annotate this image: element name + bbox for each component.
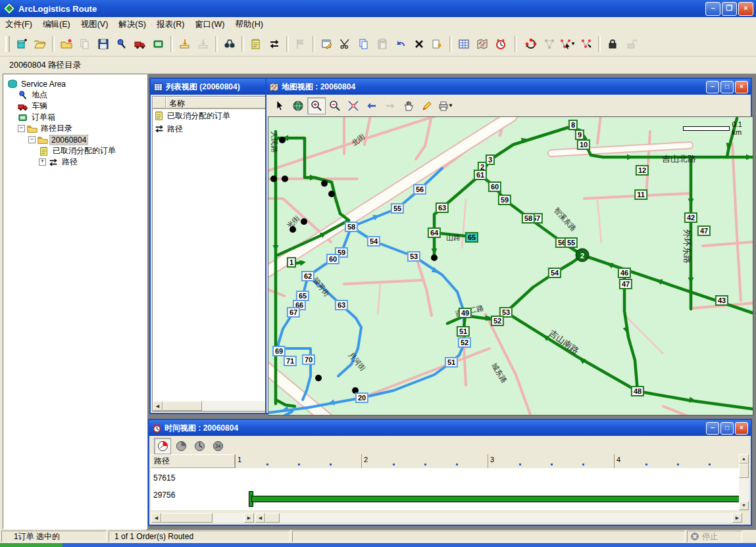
tree-item-label[interactable]: Service Area — [20, 80, 67, 89]
green-route-stop-43[interactable]: 43 — [715, 295, 728, 306]
menu-5[interactable]: 报表(R) — [151, 17, 189, 32]
menu-1[interactable]: 文件(F) — [0, 17, 38, 32]
green-route-stop-42[interactable]: 42 — [684, 212, 697, 223]
scroll-right-icon[interactable]: ▶ — [244, 513, 254, 523]
time-view-button[interactable] — [491, 35, 510, 53]
cut-button[interactable] — [336, 35, 355, 53]
select-tool[interactable] — [270, 97, 289, 114]
print-tool[interactable]: ▼ — [436, 97, 455, 114]
new-database-button[interactable] — [13, 35, 31, 53]
green-route-stop-12[interactable]: 12 — [636, 165, 649, 176]
copy-button[interactable] — [355, 35, 373, 53]
map-view-button[interactable] — [473, 35, 491, 53]
draw-tool[interactable] — [418, 97, 436, 114]
time-right-scrollbar[interactable]: ◀ ▶ — [255, 513, 742, 523]
scroll-left-icon[interactable]: ◀ — [151, 513, 161, 523]
menu-2[interactable]: 编辑(E) — [38, 17, 76, 32]
route-row-label[interactable]: 57615 — [153, 473, 175, 483]
blue-route-stop-53[interactable]: 53 — [407, 251, 420, 262]
tree-item-label[interactable]: 地点 — [30, 89, 49, 101]
map-close-button[interactable]: × — [735, 81, 748, 93]
unassign-button[interactable] — [577, 35, 595, 53]
menu-4[interactable]: 解决(S) — [113, 17, 151, 32]
green-route-stop-46[interactable]: 46 — [618, 268, 631, 278]
tree-item-车辆[interactable]: 车辆 — [3, 101, 147, 112]
list-row-label[interactable]: 路径 — [167, 124, 183, 135]
blue-route-stop-67[interactable]: 67 — [287, 307, 300, 318]
time-close-button[interactable]: × — [735, 422, 748, 435]
green-route-stop-47[interactable]: 47 — [697, 226, 711, 236]
green-route-stop-61[interactable]: 61 — [474, 170, 487, 180]
blue-route-stop-20[interactable]: 20 — [355, 392, 368, 403]
time-minimize-button[interactable]: – — [706, 422, 719, 435]
blue-route-stop-63[interactable]: 63 — [335, 300, 348, 310]
hour-24-view-button[interactable]: 24 — [209, 438, 226, 454]
new-folder-button[interactable] — [57, 35, 76, 53]
scroll-right-icon[interactable]: ▶ — [732, 513, 742, 523]
vehicles-button[interactable] — [131, 35, 149, 53]
blue-route-stop-52[interactable]: 52 — [458, 337, 471, 348]
tree-item-路径目录[interactable]: −路径目录 — [3, 123, 147, 134]
tree-item-20060804[interactable]: −20060804 — [3, 134, 147, 145]
tree-item-订单箱[interactable]: 订单箱 — [3, 112, 147, 123]
scroll-down-icon[interactable]: ▼ — [739, 501, 749, 510]
blue-route-stop-55[interactable]: 55 — [391, 203, 404, 214]
green-route-stop-48[interactable]: 48 — [631, 386, 644, 396]
dropdown-caret-icon[interactable]: ▼ — [570, 41, 576, 47]
save-button[interactable] — [94, 35, 113, 53]
map-minimize-button[interactable]: – — [706, 81, 719, 93]
green-route-stop-10[interactable]: 10 — [577, 139, 590, 150]
lock-button[interactable] — [603, 35, 622, 53]
green-route-stop-63[interactable]: 63 — [436, 202, 449, 213]
menu-7[interactable]: 帮助(H) — [230, 17, 268, 32]
find-button[interactable] — [220, 35, 239, 53]
orders-list-button[interactable] — [247, 35, 265, 53]
green-route-stop-8[interactable]: 8 — [568, 120, 578, 130]
quarter-day-view-button[interactable] — [154, 438, 171, 454]
name-column-header[interactable]: 名称 — [166, 97, 266, 108]
scroll-thumb[interactable] — [163, 401, 202, 411]
blue-route-stop-56[interactable]: 56 — [413, 184, 426, 195]
copy-to-button[interactable] — [428, 35, 447, 53]
time-ruler[interactable]: 路径 1234 — [151, 454, 742, 468]
selected-stop-65[interactable]: 65 — [465, 232, 478, 243]
menu-6[interactable]: 窗口(W) — [189, 17, 230, 32]
green-route-stop-51[interactable]: 51 — [457, 326, 470, 337]
tree-item-label[interactable]: 订单箱 — [30, 112, 57, 123]
green-route-stop-64[interactable]: 64 — [428, 227, 441, 238]
route-row-label[interactable]: 29756 — [153, 490, 175, 500]
half-day-view-button[interactable] — [172, 438, 189, 454]
map-maximize-button[interactable]: □ — [720, 81, 734, 93]
blue-route-stop-58[interactable]: 58 — [345, 222, 358, 232]
expand-icon[interactable]: + — [39, 158, 46, 166]
solve-button[interactable] — [522, 35, 540, 53]
tree-item-label[interactable]: 路径目录 — [39, 123, 74, 134]
scroll-up-icon[interactable]: ▲ — [739, 454, 749, 464]
menu-3[interactable]: 视图(V) — [76, 17, 114, 32]
blue-route-stop-71[interactable]: 71 — [284, 356, 297, 366]
blue-route-stop-51[interactable]: 51 — [445, 357, 458, 368]
time-left-scrollbar[interactable]: ◀ ▶ — [151, 513, 254, 523]
import-orders-button[interactable] — [176, 35, 194, 53]
collapse-icon[interactable]: − — [28, 136, 36, 143]
green-route-stop-60[interactable]: 60 — [488, 181, 501, 192]
resize-grip[interactable] — [744, 531, 755, 542]
locations-button[interactable] — [113, 35, 131, 53]
zoom-to-selected-tool[interactable] — [344, 97, 363, 114]
green-route-stop-58[interactable]: 58 — [522, 213, 535, 224]
tree-item-路径[interactable]: +路径 — [3, 156, 147, 168]
reassign-button[interactable]: ▼ — [559, 35, 577, 53]
properties-button[interactable] — [318, 35, 336, 53]
scroll-left-icon[interactable]: ◀ — [255, 513, 265, 523]
green-route-stop-55[interactable]: 55 — [565, 237, 578, 248]
zoom-in-tool[interactable] — [307, 97, 326, 114]
close-button[interactable]: × — [738, 2, 753, 16]
full-extent-tool[interactable] — [289, 97, 307, 114]
scroll-thumb[interactable] — [161, 513, 213, 523]
blue-route-stop-70[interactable]: 70 — [302, 354, 315, 365]
time-vertical-scrollbar[interactable]: ▲ ▼ — [739, 454, 749, 510]
list-view-button[interactable] — [455, 35, 473, 53]
blue-route-stop-62[interactable]: 62 — [301, 271, 315, 281]
time-maximize-button[interactable]: □ — [720, 422, 734, 435]
orders-box-button[interactable] — [149, 35, 168, 53]
